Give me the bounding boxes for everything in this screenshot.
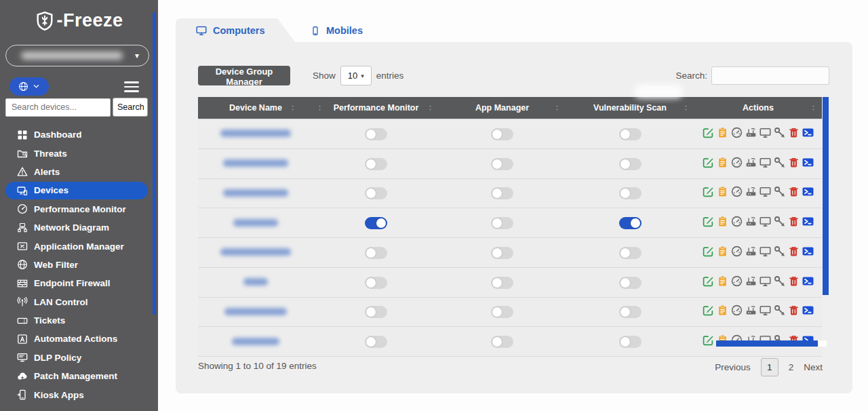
app-manager-toggle[interactable] [491,158,513,170]
sidebar-item-alerts[interactable]: Alerts [0,163,158,181]
report-action-icon[interactable] [717,275,728,287]
sidebar-item-devices[interactable]: Devices [5,182,148,199]
remote-tools-action-icon[interactable] [745,186,757,197]
performance-monitor-toggle[interactable] [365,277,387,289]
vulnerability-scan-toggle[interactable] [619,187,642,199]
sidebar-item-dlp-policy[interactable]: DLP Policy [0,349,158,367]
powershell-action-icon[interactable] [802,127,814,138]
sidebar-scrollbar[interactable] [153,12,156,315]
sidebar-item-patch-management[interactable]: Patch Management [0,367,158,385]
performance-monitor-toggle[interactable] [365,187,387,199]
vulnerability-scan-toggle[interactable] [619,217,642,229]
vulnerability-scan-toggle[interactable] [619,128,642,140]
table-search-input[interactable] [711,66,829,85]
sidebar-item-dashboard[interactable]: Dashboard [0,125,158,144]
performance-monitor-action-icon[interactable] [731,246,743,257]
remote-tools-action-icon[interactable] [745,305,757,316]
performance-monitor-action-icon[interactable] [731,186,743,197]
sidebar-item-web-filter[interactable]: Web Filter [0,256,158,274]
delete-action-icon[interactable] [788,157,800,168]
powershell-action-icon[interactable] [802,275,814,287]
vulnerability-scan-toggle[interactable] [619,277,642,289]
edit-action-icon[interactable] [703,334,714,346]
powershell-action-icon[interactable] [802,157,814,168]
page-size-select[interactable]: 10 ▾ [340,66,372,85]
delete-action-icon[interactable] [788,186,800,197]
device-name-link-redacted[interactable] [220,130,291,137]
search-button[interactable]: Search [113,98,148,117]
report-action-icon[interactable] [717,186,728,197]
remote-desktop-action-icon[interactable] [760,186,771,197]
column-header-app-manager[interactable]: App Manager [439,97,566,119]
powershell-action-icon[interactable] [802,216,814,227]
device-group-manager-button[interactable]: Device Group Manager [198,66,290,85]
performance-monitor-toggle[interactable] [365,336,387,348]
remote-desktop-action-icon[interactable] [760,127,771,138]
vulnerability-scan-toggle[interactable] [619,336,642,348]
app-manager-toggle[interactable] [491,336,513,348]
edit-action-icon[interactable] [703,157,714,168]
delete-action-icon[interactable] [788,275,800,287]
column-header-device-name[interactable]: Device Name [198,97,313,119]
powershell-action-icon[interactable] [802,246,814,257]
delete-action-icon[interactable] [788,216,800,227]
powershell-action-icon[interactable] [802,305,814,316]
performance-monitor-toggle[interactable] [365,247,387,259]
app-manager-toggle[interactable] [491,128,513,140]
pagination-page-1[interactable]: 1 [761,358,778,376]
pagination-previous[interactable]: Previous [715,362,751,372]
sidebar-item-application-manager[interactable]: Application Manager [0,237,158,255]
sidebar-item-lan-control[interactable]: LAN Control [0,293,158,311]
sidebar-item-threats[interactable]: Threats [0,144,158,162]
vulnerability-scan-toggle[interactable] [619,158,642,170]
remote-tools-action-icon[interactable] [745,246,757,257]
report-action-icon[interactable] [717,127,728,138]
device-name-link-redacted[interactable] [233,219,278,227]
app-manager-toggle[interactable] [491,247,513,259]
performance-monitor-toggle[interactable] [365,306,387,318]
edit-action-icon[interactable] [703,127,714,138]
app-manager-toggle[interactable] [491,217,513,229]
delete-action-icon[interactable] [788,127,800,138]
tab-mobiles[interactable]: Mobiles [311,18,363,43]
table-horizontal-scrollbar[interactable] [716,340,818,347]
search-devices-input[interactable] [5,98,111,117]
access-key-action-icon[interactable] [774,186,785,197]
access-key-action-icon[interactable] [774,216,785,227]
delete-action-icon[interactable] [788,305,800,316]
device-name-link-redacted[interactable] [220,248,291,256]
report-action-icon[interactable] [717,216,728,227]
access-key-action-icon[interactable] [774,275,785,287]
edit-action-icon[interactable] [703,246,714,257]
hamburger-menu-icon[interactable] [124,81,139,92]
edit-action-icon[interactable] [703,186,714,197]
device-name-link-redacted[interactable] [224,308,287,315]
remote-desktop-action-icon[interactable] [760,275,771,287]
app-manager-toggle[interactable] [491,187,513,199]
performance-monitor-action-icon[interactable] [731,216,743,227]
performance-monitor-action-icon[interactable] [731,275,743,287]
access-key-action-icon[interactable] [774,246,785,257]
remote-tools-action-icon[interactable] [745,157,757,168]
device-name-link-redacted[interactable] [223,159,288,167]
remote-tools-action-icon[interactable] [745,216,757,227]
access-key-action-icon[interactable] [774,305,785,316]
column-header-vulnerability-scan[interactable]: Vulnerability Scan [566,97,694,119]
sidebar-item-network-diagram[interactable]: Network Diagram [0,218,158,237]
report-action-icon[interactable] [717,305,728,316]
sidebar-item-automated-actions[interactable]: Automated Actions [0,330,158,348]
access-key-action-icon[interactable] [774,127,785,138]
edit-action-icon[interactable] [703,305,714,316]
access-key-action-icon[interactable] [774,157,785,168]
column-header-actions[interactable]: Actions [694,97,822,119]
device-name-link-redacted[interactable] [232,338,279,345]
tab-computers[interactable]: Computers [176,18,296,43]
report-action-icon[interactable] [717,246,728,257]
performance-monitor-toggle[interactable] [365,128,387,140]
pagination-next[interactable]: Next [804,362,823,372]
device-name-link-redacted[interactable] [243,278,268,286]
remote-tools-action-icon[interactable] [745,275,757,287]
app-manager-toggle[interactable] [491,306,513,318]
performance-monitor-action-icon[interactable] [731,127,743,138]
remote-desktop-action-icon[interactable] [760,246,771,257]
